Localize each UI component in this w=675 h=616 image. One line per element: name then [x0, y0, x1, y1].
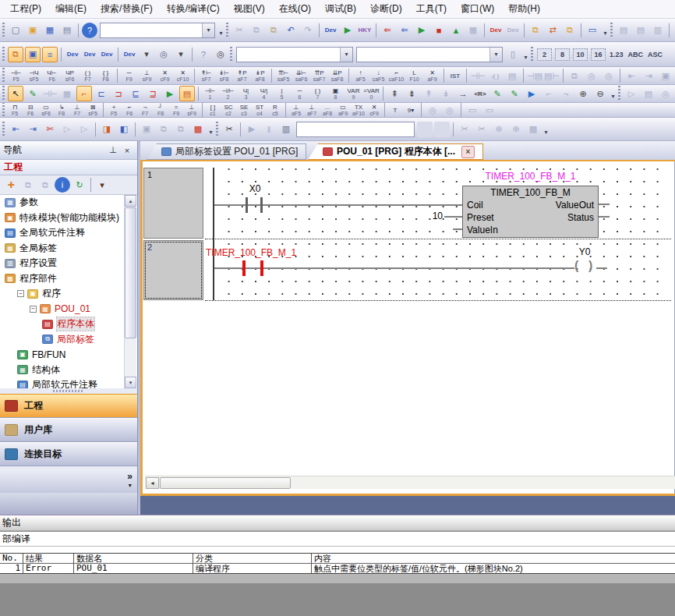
wire-zoom2-icon[interactable]: ⊕ — [508, 122, 524, 137]
fb-comment-icon[interactable]: ▤ — [504, 68, 520, 83]
toolbar-overflow-icon[interactable]: ▾ — [601, 23, 610, 38]
pulse-fall2-icon[interactable]: ↡ — [438, 86, 454, 101]
ladder-key-af7[interactable]: ⊥aF7 — [304, 103, 320, 118]
ladder-key-c4[interactable]: STc4 — [252, 103, 267, 118]
tree-item-parameter[interactable]: ▦参数 — [0, 195, 137, 211]
tab-program-body[interactable]: POU_01 [PRG] 程序本体 [... × — [308, 143, 483, 160]
fb-in-icon[interactable]: ⊣▤ — [527, 68, 542, 83]
cut-icon[interactable]: ✂ — [231, 23, 247, 38]
monitor-pause-icon[interactable]: ▦ — [465, 23, 481, 38]
toolbar-grip[interactable] — [2, 23, 5, 38]
ladder-key-saf7[interactable]: ⇈PsaF7 — [310, 67, 328, 85]
ladder-key-sf5[interactable]: ⊠sF5 — [85, 103, 101, 118]
nav-new-icon[interactable]: ✚ — [3, 177, 19, 193]
ladder-key-c3[interactable]: SEc3 — [236, 103, 252, 118]
rung-delete-icon[interactable]: ⊒ — [145, 86, 161, 101]
tree-item-fb-fun[interactable]: ▣FB/FUN — [0, 347, 137, 363]
tree-item-pou[interactable]: ▩程序部件 — [0, 271, 137, 287]
wire-h-icon[interactable]: ⌐ — [541, 86, 557, 101]
preset-value[interactable]: 10 — [407, 211, 443, 221]
display-hex-icon[interactable]: 16 — [591, 48, 606, 61]
ladder-key-caf10[interactable]: ⌐caF10 — [387, 67, 405, 85]
monitor-write2-icon[interactable]: ▶ — [162, 86, 178, 101]
tree-item-structured-data-types[interactable]: ▦结构体 — [0, 363, 137, 378]
nav-sort-icon[interactable]: ▾ — [94, 177, 110, 193]
wire-mode-icon[interactable]: ⌐ — [76, 86, 92, 101]
read-from-plc-icon[interactable]: ⇐ — [397, 23, 412, 38]
ladder-key-f8[interactable]: { }F8 — [97, 67, 115, 85]
menu-item-debug[interactable]: 调试(B) — [318, 0, 363, 18]
ladder-key-f5[interactable]: ⊓F5 — [7, 103, 23, 118]
ladder-key-sf9[interactable]: ⊥sF9 — [184, 103, 200, 118]
trace-cut-icon[interactable]: ✂ — [221, 122, 237, 137]
ladder-key-af7[interactable]: ↟PaF7 — [233, 67, 251, 85]
window-split2-icon[interactable]: ◧ — [116, 122, 132, 137]
tree-scrollbar[interactable]: ▴ ▾ — [124, 195, 136, 388]
ladder-key-f6[interactable]: ⌐F6 — [122, 103, 137, 118]
toolbar-grip[interactable] — [216, 122, 218, 137]
ladder-key-sf8[interactable]: ↡⊢sF8 — [215, 67, 233, 85]
display-real-icon[interactable]: 1.23 — [610, 51, 624, 58]
ladder-key-f9[interactable]: =F9 — [168, 103, 184, 118]
ladder-key-1[interactable]: ⊣⊢1 — [201, 85, 219, 103]
trace-step-field[interactable] — [296, 122, 415, 137]
tree-item-pou-01[interactable]: −▦POU_01 — [0, 302, 137, 317]
toolbar-grip[interactable] — [2, 68, 5, 83]
wire-zoom1-icon[interactable]: ⊕ — [491, 122, 507, 137]
menu-item-window[interactable]: 窗口(W) — [454, 0, 501, 18]
ladder-key-cf9[interactable]: ✕cF9 — [366, 103, 382, 118]
ladder-key-f7[interactable]: ( )F7 — [79, 67, 97, 85]
tree-item-intelligent-module[interactable]: ▣特殊模块(智能功能模块) — [0, 211, 137, 226]
menu-item-online[interactable]: 在线(O) — [272, 0, 318, 18]
nav-more-bar[interactable]: »▾ — [0, 469, 137, 493]
paste-icon[interactable]: ⧉ — [266, 23, 281, 38]
toolbar-grip[interactable] — [230, 47, 232, 62]
ladder-key-caf5[interactable]: ↓caF5 — [369, 67, 387, 85]
rung-cut-icon[interactable]: ✄ — [42, 122, 58, 137]
contact-edit-icon[interactable]: ⊣⊢ — [42, 86, 58, 101]
ladder-key-0[interactable]: =VAR0 — [362, 85, 380, 103]
cross-reference-icon[interactable]: ◎ — [213, 47, 228, 62]
doc-find-icon[interactable]: ◎ — [584, 68, 599, 83]
ladder-key-f6[interactable]: ⊟F6 — [23, 103, 38, 118]
dev-monitor-icon[interactable]: ▶ — [340, 23, 355, 38]
return-icon[interactable]: <R> — [472, 86, 488, 101]
nav-button-user-library[interactable]: 用户库 — [0, 418, 137, 442]
watch-reg-icon[interactable]: ▣ — [139, 122, 154, 137]
toolbar-grip[interactable] — [531, 47, 533, 62]
rung-insert-icon[interactable]: ⊑ — [128, 86, 143, 101]
window-split-icon[interactable]: ◨ — [99, 122, 115, 137]
ladder-key-sf7[interactable]: ↟⊢sF7 — [197, 67, 215, 85]
window-switch-icon[interactable]: ⇄ — [545, 23, 560, 38]
sampling-trace2-icon[interactable]: ▤ — [633, 23, 648, 38]
toolbar-overflow-icon[interactable]: ▾ — [609, 86, 617, 101]
display-abc-icon[interactable]: ABC — [628, 51, 644, 58]
run-write-icon[interactable]: ▶ — [524, 86, 539, 101]
tree-item-local-device-comment[interactable]: ▤局部软元件注释 — [0, 377, 137, 388]
ladder-key-sf6[interactable]: ▭sF6 — [38, 103, 54, 118]
dev-menu-arrow-icon[interactable]: ▾ — [139, 47, 154, 62]
watch-combo[interactable]: ▾ — [236, 47, 353, 62]
ladder-key-3[interactable]: Ч|3 — [237, 85, 255, 103]
toolbar-overflow-icon[interactable]: ▾ — [207, 122, 215, 137]
trace-bar-icon[interactable]: ▥ — [278, 122, 294, 137]
monitor-watch-icon[interactable]: ▲ — [448, 23, 464, 38]
fb-contact-icon[interactable]: ⊣⊢ — [470, 68, 486, 83]
ladder-key-f7[interactable]: ⊥F7 — [69, 103, 85, 118]
tree-item-global-label[interactable]: ▦全局标签 — [0, 241, 137, 257]
display-asc-icon[interactable]: ASC — [648, 51, 663, 58]
block-find2-icon[interactable]: ◎ — [442, 103, 458, 118]
menu-item-tool[interactable]: 工具(T) — [409, 0, 454, 18]
nav-splitter-grip[interactable] — [0, 388, 137, 394]
window-cascade-icon[interactable]: ⧉ — [528, 23, 543, 38]
close-icon[interactable]: × — [120, 143, 134, 157]
ladder-key-f10[interactable]: LF10 — [405, 67, 423, 85]
monitor-run-icon[interactable]: ▶ — [414, 23, 429, 38]
edit-mode-icon[interactable]: ✎ — [25, 86, 41, 101]
device-find-arrow-icon[interactable]: ▾ — [173, 47, 189, 62]
ladder-edit-icon[interactable]: ▤ — [179, 86, 195, 101]
tree-item-program[interactable]: −▣程序 — [0, 286, 137, 302]
device-skip2-icon[interactable]: ⇥ — [25, 122, 41, 137]
menu-item-project[interactable]: 工程(P) — [3, 0, 48, 18]
ladder-key-sf6[interactable]: ЧPsF6 — [61, 67, 79, 85]
